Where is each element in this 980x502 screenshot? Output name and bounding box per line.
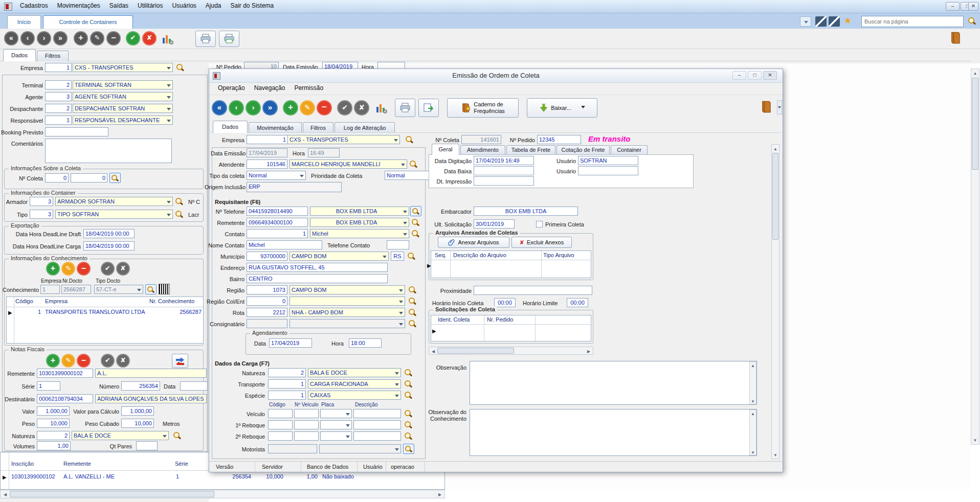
carga-especie-select[interactable]: CAIXAS — [308, 391, 401, 400]
nf-natureza-select[interactable]: BALA E DOCE — [72, 431, 169, 440]
agente-code-field[interactable]: 3 — [45, 92, 72, 101]
rota-code-field[interactable]: 2212 — [247, 308, 287, 317]
rtab-atendimento[interactable]: Atendimento — [460, 145, 505, 155]
grid2-row-inscricao[interactable]: 10301399000102 — [11, 473, 55, 480]
reboque1-codigo-field[interactable] — [268, 420, 293, 429]
menu-ajuda[interactable]: Ajuda — [201, 1, 226, 11]
ult-solicitacao-field[interactable]: 30/01/2019 — [474, 219, 515, 229]
nav-first-button[interactable]: « — [4, 31, 18, 45]
contato-code-field[interactable]: 1 — [247, 229, 308, 238]
grid1-row-empresa[interactable]: TRANSPORTES TRANSLOVATO LTDA — [45, 309, 145, 315]
primeira-coleta-checkbox[interactable] — [536, 221, 543, 227]
obs-up-icon[interactable]: ▲ — [750, 362, 756, 370]
nf-delete-button[interactable]: − — [77, 354, 91, 368]
nav-next-button[interactable]: › — [37, 31, 51, 45]
nav-prev-button[interactable]: ‹ — [20, 31, 35, 45]
regiao-code-field[interactable]: 1073 — [247, 285, 287, 294]
carga-transporte-select[interactable]: CARGA FRACIONADA — [308, 379, 401, 389]
nf-peso-cubado-field[interactable]: 10,000 — [121, 419, 154, 428]
grid1-row-codigo[interactable]: 1 — [18, 309, 41, 315]
observacao-textarea[interactable] — [470, 361, 757, 405]
proximidade-field[interactable] — [474, 286, 592, 295]
menu-usuarios[interactable]: Usuários — [167, 1, 201, 11]
nav-last-button[interactable]: » — [53, 31, 68, 45]
nf-qtpares-field[interactable] — [136, 441, 158, 450]
modal-minimize-button[interactable]: – — [732, 71, 746, 80]
telefone-contato-field[interactable] — [387, 240, 409, 249]
reboque2-descricao-field[interactable] — [353, 431, 401, 441]
edit-button[interactable]: ✎ — [90, 31, 104, 45]
modal-hscrollbar[interactable]: ◀ ▶ — [429, 347, 593, 355]
menu-saidas[interactable]: Saídas — [105, 1, 133, 11]
hscroll-right-icon[interactable]: ▶ — [436, 491, 443, 498]
window-close-button[interactable]: ✕ — [968, 2, 978, 11]
agendamento-hora-field[interactable]: 18:00 — [349, 338, 382, 348]
reboque2-codigo-field[interactable] — [268, 431, 293, 441]
menu-utilitarios[interactable]: Utilitários — [133, 1, 167, 11]
manual-book-icon[interactable] — [949, 30, 963, 47]
tipo-coleta-select[interactable]: Normal — [247, 171, 306, 180]
atendente-select[interactable]: MARCELO HENRIQUE MANDELLI — [289, 159, 407, 169]
req-remetente-search-icon[interactable] — [411, 218, 420, 227]
atendente-code-field[interactable]: 101546 — [247, 159, 287, 169]
terminal-select[interactable]: TERMINAL SOFTRAN — [73, 80, 173, 89]
tipo-search-icon[interactable] — [175, 210, 184, 219]
menu-movimentacoes[interactable]: Movimentações — [53, 1, 105, 11]
telefone-empresa-select[interactable]: BOX EMB LTDA — [310, 207, 409, 216]
despachante-code-field[interactable]: 2 — [45, 104, 72, 113]
horario-inicio-field[interactable]: 00:00 — [494, 298, 516, 307]
chevron-down-icon[interactable] — [800, 16, 811, 27]
despachante-select[interactable]: DESPACHANTE SOFTRAN — [73, 104, 173, 113]
favorite-star-icon[interactable]: ★ — [844, 15, 852, 26]
conhec-delete-button[interactable]: − — [77, 262, 91, 276]
grid2-row-serie[interactable]: 1 — [176, 473, 179, 480]
empresa-code-field[interactable]: 1 — [45, 63, 72, 72]
nf-data-field[interactable] — [180, 381, 208, 391]
search-icon[interactable] — [968, 17, 976, 26]
modal-menu-operacao[interactable]: Operação — [213, 83, 250, 95]
contato-select[interactable]: Michel — [310, 229, 409, 238]
nf-natureza-code-field[interactable]: 2 — [37, 431, 70, 440]
vscroll-up-icon[interactable]: ▲ — [971, 70, 979, 77]
nf-confirm-button[interactable]: ✔ — [101, 354, 115, 368]
modal-send-button[interactable] — [418, 99, 439, 117]
rtab-geral[interactable]: Geral — [432, 144, 459, 155]
regiao-colent-code-field[interactable]: 0 — [247, 296, 287, 306]
booking-field[interactable] — [45, 127, 108, 136]
contato-search-icon[interactable] — [411, 230, 420, 238]
modal-hscroll-right-icon[interactable]: ▶ — [585, 348, 592, 355]
modal-nav-last-button[interactable]: » — [262, 100, 278, 116]
carga-especie-search-icon[interactable] — [404, 391, 413, 400]
baixar-button[interactable]: Baixar... — [527, 98, 597, 118]
observacao-conhecimento-textarea[interactable] — [470, 409, 757, 456]
bottom-hscrollbar[interactable]: ◀ ▶ — [0, 490, 445, 498]
rota-select[interactable]: NHA - CAMPO BOM — [289, 308, 405, 317]
chart-config-icon[interactable] — [162, 33, 174, 46]
embarcador-field[interactable]: BOX EMB LTDA — [474, 207, 578, 216]
obs-down-icon[interactable]: ▼ — [750, 398, 756, 405]
observacao-scrollbar[interactable]: ▲ ▼ — [749, 361, 756, 404]
municipio-search-icon[interactable] — [407, 252, 416, 261]
conhec-cancel-button[interactable]: ✘ — [116, 262, 130, 276]
carga-especie-code-field[interactable]: 1 — [268, 391, 306, 400]
image-toggle-icon[interactable] — [815, 16, 827, 27]
modal-delete-button[interactable]: − — [317, 100, 332, 116]
print-preview-button[interactable] — [219, 31, 239, 47]
rtab-tabela-frete[interactable]: Tabela de Frete — [506, 145, 555, 155]
veiculo-placa-select[interactable] — [320, 409, 352, 418]
modal-manual-book-icon[interactable] — [760, 99, 773, 116]
modal-menu-permissao[interactable]: Permissão — [289, 83, 328, 95]
modal-tab-log[interactable]: Log de Alteração — [335, 122, 395, 133]
carga-natureza-code-field[interactable]: 2 — [268, 368, 306, 377]
rota-search-icon[interactable] — [408, 308, 417, 317]
modal-npedido-field[interactable]: 12345 — [537, 135, 581, 144]
reboque2-placa-select[interactable] — [320, 431, 352, 441]
add-button[interactable]: + — [74, 31, 88, 45]
ncoleta-field-2[interactable]: 0 — [71, 173, 107, 182]
delete-button[interactable]: − — [106, 31, 121, 45]
baixar-dropdown-icon[interactable] — [581, 106, 585, 110]
conhec-add-button[interactable]: + — [46, 262, 60, 276]
modal-empresa-select[interactable]: CXS - TRANSPORTES — [287, 135, 400, 144]
deadline-carga-field[interactable]: 18/04/2019 00:00 — [83, 241, 135, 250]
regiao-colent-search-icon[interactable] — [408, 297, 417, 306]
